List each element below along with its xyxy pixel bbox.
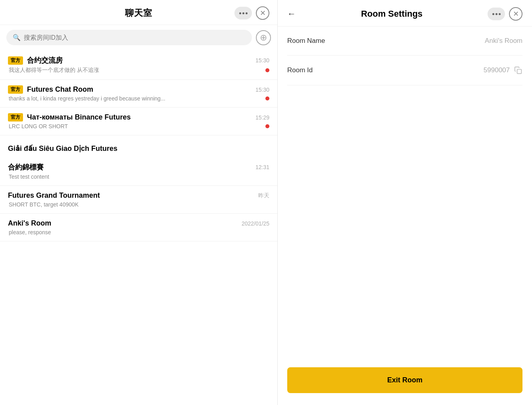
room-preview: 我这人都得等一个底才做的 从不追涨 [9,67,99,74]
more-options-button[interactable] [234,7,252,19]
room-item[interactable]: 官方 合约交流房 15:30 我这人都得等一个底才做的 从不追涨 [0,50,277,80]
copy-room-id-button[interactable] [514,66,522,75]
settings-row-room-id: Room Id 5990007 [287,56,522,85]
room-item[interactable]: Futures Grand Tournament 昨天 SHORT BTC, t… [0,186,277,214]
search-icon: 🔍 [13,34,21,41]
exit-room-button[interactable]: Exit Room [287,367,522,393]
left-header-actions: ✕ [234,6,269,20]
room-name: Anki's Room [8,219,51,228]
left-panel-title: 聊天室 [125,7,152,19]
right-header: ← Room Settings ✕ [278,0,532,27]
room-item[interactable]: 官方 Futures Chat Room 15:30 thanks a lot,… [0,80,277,108]
settings-room-name-label: Room Name [287,37,325,45]
settings-close-button[interactable]: ✕ [509,7,522,21]
left-header: 聊天室 ✕ [0,0,277,25]
search-input-wrap: 🔍 [6,30,252,45]
search-input[interactable] [24,34,246,41]
room-list: 官方 合约交流房 15:30 我这人都得等一个底才做的 从不追涨 官方 Futu… [0,50,277,405]
official-badge: 官方 [8,85,23,94]
room-name: 合約錦標賽 [8,162,44,172]
room-time: 15:29 [255,114,269,121]
settings-room-id-value: 5990007 [484,66,522,75]
room-item[interactable]: 官方 Чат-комнаты Binance Futures 15:29 LRC… [0,108,277,135]
room-time: 15:30 [255,87,269,93]
settings-content: Room Name Anki's Room Room Id 5990007 [278,27,532,367]
settings-more-options-button[interactable] [488,8,505,20]
official-badge: 官方 [8,56,23,65]
add-room-button[interactable]: ⊕ [256,30,271,45]
room-name: 合约交流房 [27,56,63,65]
right-panel: ← Room Settings ✕ Room Name Anki's Room … [278,0,532,405]
official-badge: 官方 [8,113,23,122]
room-time: 2022/01/25 [242,220,269,227]
search-bar-container: 🔍 ⊕ [0,25,277,50]
room-item[interactable]: 合約錦標賽 12:31 Test test content [0,157,277,186]
settings-room-id-label: Room Id [287,66,313,74]
settings-room-name-value: Anki's Room [485,37,522,45]
room-time: 15:30 [255,57,269,64]
room-preview: thanks a lot, i kinda regres yestreday i… [9,95,165,102]
right-panel-title: Room Settings [302,9,481,19]
close-button[interactable]: ✕ [256,6,269,20]
section-header: Giải đấu Siêu Giao Dịch Futures [0,135,277,157]
svg-rect-0 [517,69,522,74]
back-button[interactable]: ← [287,9,296,19]
unread-dot [265,96,269,100]
room-item[interactable]: Anki's Room 2022/01/25 please, response [0,214,277,241]
room-preview: please, response [9,229,51,235]
room-time: 12:31 [255,164,269,170]
room-name: Чат-комнаты Binance Futures [27,113,131,122]
room-name: Futures Grand Tournament [8,191,100,200]
room-preview: Test test content [9,174,49,180]
section-title: Giải đấu Siêu Giao Dịch Futures [8,145,117,152]
unread-dot [265,68,269,72]
room-name: Futures Chat Room [27,85,93,94]
left-panel: 聊天室 ✕ 🔍 ⊕ 官方 合约交流房 15:30 [0,0,278,405]
room-preview: SHORT BTC, target 40900K [9,201,79,208]
room-time: 昨天 [258,192,269,199]
right-header-actions: ✕ [488,7,522,21]
room-preview: LRC LONG OR SHORT [9,123,68,129]
unread-dot [265,124,269,128]
settings-row-room-name: Room Name Anki's Room [287,27,522,56]
